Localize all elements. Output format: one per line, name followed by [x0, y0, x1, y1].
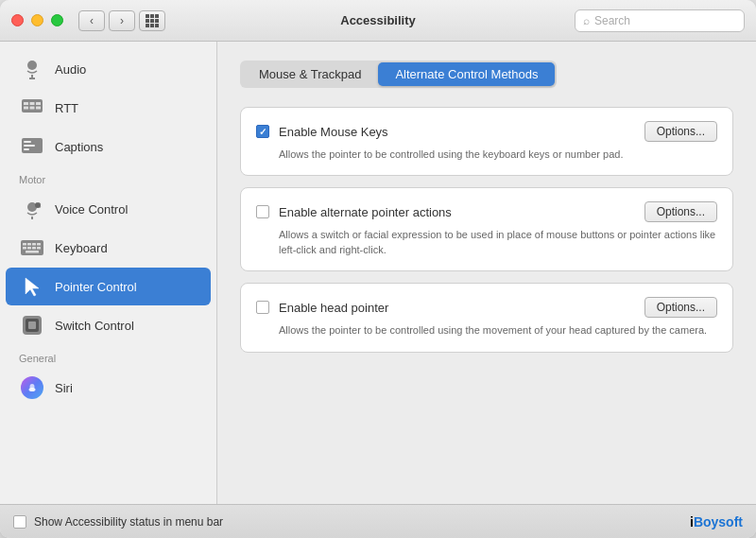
svg-rect-3 — [22, 99, 43, 113]
svg-rect-27 — [32, 247, 36, 250]
setting-alternate-pointer: Enable alternate pointer actions Options… — [240, 187, 733, 271]
audio-icon — [19, 56, 45, 82]
sidebar-item-voice-control[interactable]: Voice Control — [6, 190, 211, 228]
iboysoft-logo: iBoysoft — [690, 514, 743, 529]
svg-rect-5 — [30, 102, 35, 105]
setting-enable-mouse-keys: Enable Mouse Keys Options... Allows the … — [240, 107, 733, 176]
sidebar-item-captions[interactable]: Captions — [6, 128, 211, 165]
status-bar-label: Show Accessibility status in menu bar — [34, 515, 223, 529]
alternate-pointer-title: Enable alternate pointer actions — [279, 205, 452, 219]
svg-rect-4 — [24, 102, 28, 105]
svg-rect-32 — [28, 321, 36, 329]
mouse-keys-options-button[interactable]: Options... — [644, 121, 717, 142]
window-title: Accessibility — [340, 13, 416, 27]
search-bar[interactable]: ⌕ — [575, 9, 745, 32]
setting-head-pointer: Enable head pointer Options... Allows th… — [240, 283, 733, 352]
setting-alternate-pointer-left: Enable alternate pointer actions — [256, 205, 452, 219]
sidebar-item-pointer-label: Pointer Control — [55, 280, 137, 294]
main-content: Audio RTT — [0, 42, 756, 504]
section-label-general: General — [0, 345, 216, 368]
grid-icon — [146, 14, 159, 27]
svg-rect-22 — [27, 243, 31, 246]
svg-rect-23 — [32, 243, 36, 246]
tab-mouse-trackpad[interactable]: Mouse & Trackpad — [242, 62, 378, 86]
pointer-control-icon — [19, 273, 45, 300]
content-area: Mouse & Trackpad Alternate Control Metho… — [217, 42, 756, 504]
svg-line-18 — [40, 204, 41, 205]
head-pointer-options-button[interactable]: Options... — [644, 297, 717, 318]
sidebar-item-switch-control[interactable]: Switch Control — [6, 306, 211, 344]
svg-rect-13 — [24, 148, 29, 150]
sidebar-item-switch-label: Switch Control — [55, 319, 134, 333]
alternate-pointer-options-button[interactable]: Options... — [644, 201, 717, 222]
sidebar: Audio RTT — [0, 42, 217, 504]
sidebar-item-pointer-control[interactable]: Pointer Control — [6, 268, 211, 305]
captions-icon — [19, 133, 45, 160]
status-bar-checkbox[interactable] — [13, 515, 26, 529]
svg-rect-12 — [24, 145, 35, 147]
mouse-keys-title: Enable Mouse Keys — [279, 125, 388, 139]
alternate-pointer-checkbox[interactable] — [256, 205, 269, 218]
keyboard-icon — [19, 234, 45, 261]
search-input[interactable] — [594, 14, 736, 27]
svg-rect-29 — [26, 251, 39, 253]
sidebar-item-siri[interactable]: Siri — [6, 369, 211, 407]
forward-button[interactable]: › — [109, 10, 135, 31]
svg-rect-24 — [37, 243, 41, 246]
svg-rect-8 — [30, 107, 35, 110]
sidebar-item-voice-label: Voice Control — [55, 202, 128, 217]
sidebar-item-keyboard-label: Keyboard — [55, 241, 108, 255]
alternate-pointer-desc: Allows a switch or facial expression to … — [256, 228, 717, 257]
head-pointer-desc: Allows the pointer to be controlled usin… — [256, 323, 717, 338]
maximize-button[interactable] — [51, 14, 63, 26]
sidebar-item-captions-label: Captions — [55, 140, 103, 154]
setting-head-pointer-left: Enable head pointer — [256, 301, 388, 315]
svg-rect-25 — [23, 247, 26, 250]
mouse-keys-desc: Allows the pointer to be controlled usin… — [256, 148, 717, 162]
voice-control-icon — [19, 196, 45, 222]
setting-mouse-keys-row: Enable Mouse Keys Options... — [256, 121, 717, 142]
sidebar-item-audio-label: Audio — [55, 62, 86, 77]
logo-boy: Boy — [694, 514, 718, 529]
back-button[interactable]: ‹ — [78, 10, 105, 31]
svg-rect-7 — [24, 107, 28, 110]
tab-group: Mouse & Trackpad Alternate Control Metho… — [240, 61, 557, 88]
switch-control-icon — [19, 312, 45, 338]
minimize-button[interactable] — [31, 14, 43, 26]
svg-rect-6 — [36, 102, 41, 105]
bottom-bar: Show Accessibility status in menu bar iB… — [0, 504, 756, 538]
close-button[interactable] — [11, 14, 24, 26]
titlebar: ‹ › Accessibility ⌕ — [0, 0, 756, 42]
sidebar-item-rtt-label: RTT — [55, 101, 78, 115]
setting-alternate-pointer-row: Enable alternate pointer actions Options… — [256, 201, 717, 222]
traffic-lights — [11, 14, 63, 26]
svg-rect-28 — [37, 247, 41, 250]
tab-alternate-control[interactable]: Alternate Control Methods — [378, 62, 555, 86]
svg-rect-9 — [36, 107, 41, 110]
siri-icon — [19, 374, 45, 401]
svg-rect-26 — [27, 247, 31, 250]
section-label-motor: Motor — [0, 166, 216, 189]
sidebar-item-keyboard[interactable]: Keyboard — [6, 229, 211, 267]
logo-soft: soft — [718, 514, 743, 529]
rtt-icon — [19, 95, 45, 121]
mouse-keys-checkbox[interactable] — [256, 125, 269, 138]
head-pointer-checkbox[interactable] — [256, 301, 269, 314]
head-pointer-title: Enable head pointer — [279, 301, 388, 315]
svg-point-34 — [30, 384, 35, 390]
sidebar-item-audio[interactable]: Audio — [6, 50, 211, 88]
svg-line-19 — [40, 207, 41, 208]
sidebar-item-rtt[interactable]: RTT — [6, 89, 211, 127]
svg-rect-11 — [24, 141, 31, 143]
setting-head-pointer-row: Enable head pointer Options... — [256, 297, 717, 318]
main-window: ‹ › Accessibility ⌕ — [0, 0, 756, 538]
grid-view-button[interactable] — [139, 10, 165, 31]
sidebar-item-siri-label: Siri — [55, 381, 73, 395]
search-icon: ⌕ — [583, 14, 590, 27]
nav-buttons: ‹ › — [78, 10, 135, 31]
svg-rect-21 — [23, 243, 26, 246]
svg-point-0 — [27, 61, 37, 70]
bottom-checkbox-area: Show Accessibility status in menu bar — [13, 515, 223, 529]
setting-mouse-keys-left: Enable Mouse Keys — [256, 125, 388, 139]
